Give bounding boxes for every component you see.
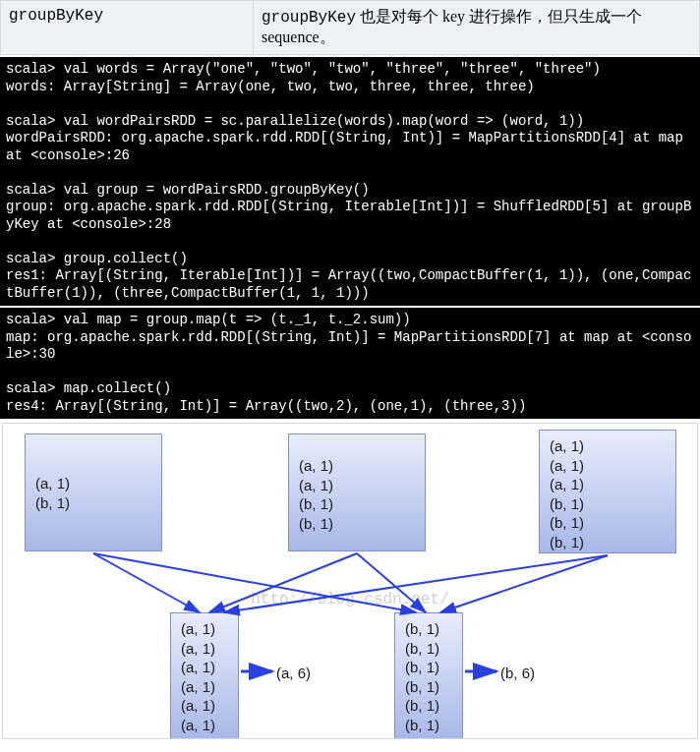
- list-item: (b, 1): [405, 619, 452, 639]
- list-item: (b, 1): [405, 677, 452, 697]
- list-item: (a, 1): [181, 639, 228, 659]
- svg-line-0: [93, 553, 200, 612]
- partition-top-2: (a, 1) (a, 1) (b, 1) (b, 1): [288, 434, 426, 551]
- header-desc-code: groupByKey: [262, 9, 356, 27]
- partition-top-1: (a, 1) (b, 1): [25, 434, 162, 551]
- svg-line-3: [357, 553, 426, 612]
- list-item: (a, 1): [181, 677, 228, 697]
- terminal-block-2: scala> val map = group.map(t => (t._1, t…: [0, 308, 700, 419]
- shuffle-diagram: http://blog.csdn.net/ (a, 1) (b, 1) (a, …: [2, 423, 698, 739]
- list-item: (a, 1): [550, 436, 666, 456]
- list-item: (a, 1): [181, 658, 228, 677]
- list-item: (a, 1): [35, 474, 151, 493]
- svg-line-2: [209, 553, 357, 612]
- partition-bottom-b: (b, 1) (b, 1) (b, 1) (b, 1) (b, 1) (b, 1…: [394, 612, 463, 739]
- partition-bottom-a: (a, 1) (a, 1) (a, 1) (a, 1) (a, 1) (a, 1…: [170, 612, 239, 739]
- list-item: (b, 1): [405, 658, 452, 677]
- list-item: (a, 1): [299, 456, 415, 476]
- watermark: http://blog.csdn.net/: [251, 591, 449, 608]
- header-row: groupByKey groupByKey 也是对每个 key 进行操作，但只生…: [0, 0, 700, 55]
- list-item: (b, 1): [550, 533, 666, 552]
- svg-line-4: [224, 555, 608, 612]
- result-b: (b, 6): [500, 665, 535, 681]
- list-item: (b, 1): [299, 494, 415, 514]
- svg-line-1: [93, 553, 416, 612]
- list-item: (a, 1): [181, 716, 228, 735]
- list-item: (a, 1): [299, 476, 415, 495]
- list-item: (b, 1): [550, 494, 666, 514]
- svg-line-5: [440, 555, 608, 612]
- header-key: groupByKey: [1, 1, 254, 54]
- list-item: (a, 1): [550, 456, 666, 476]
- terminal-block-1: scala> val words = Array("one", "two", "…: [0, 57, 700, 306]
- list-item: (b, 1): [405, 639, 452, 659]
- header-desc: groupByKey 也是对每个 key 进行操作，但只生成一个 sequenc…: [254, 1, 699, 54]
- list-item: (b, 1): [550, 513, 666, 533]
- list-item: (a, 1): [550, 475, 666, 494]
- list-item: (b, 1): [405, 696, 452, 716]
- list-item: (a, 1): [181, 696, 228, 716]
- partition-top-3: (a, 1) (a, 1) (a, 1) (b, 1) (b, 1) (b, 1…: [539, 430, 676, 553]
- list-item: (a, 1): [181, 619, 228, 639]
- list-item: (b, 1): [299, 514, 415, 534]
- result-a: (a, 6): [276, 665, 311, 681]
- list-item: (b, 1): [35, 493, 151, 513]
- list-item: (b, 1): [405, 716, 452, 735]
